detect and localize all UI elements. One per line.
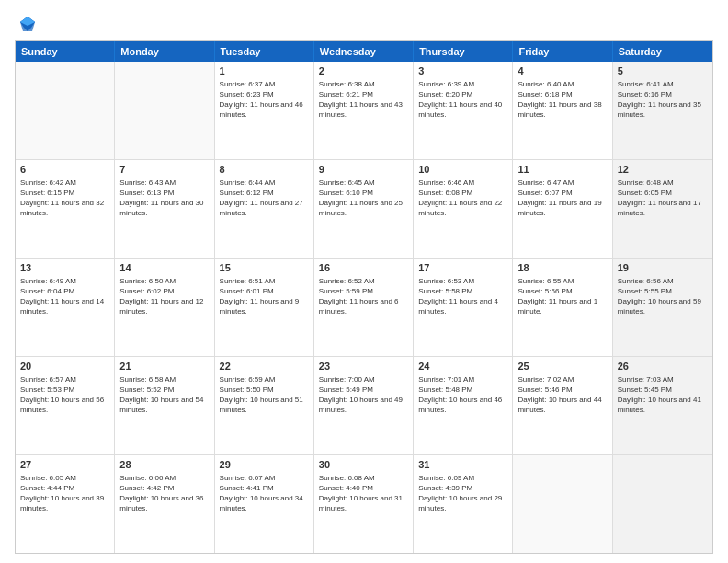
day-header-monday: Monday xyxy=(115,41,214,62)
cell-info: Sunrise: 7:00 AM Sunset: 5:49 PM Dayligh… xyxy=(319,374,408,416)
day-cell-6: 6Sunrise: 6:42 AM Sunset: 6:15 PM Daylig… xyxy=(16,160,115,258)
day-number: 31 xyxy=(418,458,507,472)
cell-info: Sunrise: 6:49 AM Sunset: 6:04 PM Dayligh… xyxy=(20,276,109,317)
day-number: 10 xyxy=(418,163,507,177)
cell-info: Sunrise: 6:42 AM Sunset: 6:15 PM Dayligh… xyxy=(20,178,109,219)
day-number: 17 xyxy=(418,261,507,275)
day-number: 14 xyxy=(119,261,209,275)
day-cell-8: 8Sunrise: 6:44 AM Sunset: 6:12 PM Daylig… xyxy=(215,160,314,258)
logo xyxy=(15,15,39,33)
week-row-3: 13Sunrise: 6:49 AM Sunset: 6:04 PM Dayli… xyxy=(16,258,712,356)
day-cell-3: 3Sunrise: 6:39 AM Sunset: 6:20 PM Daylig… xyxy=(414,62,513,159)
cell-info: Sunrise: 6:37 AM Sunset: 6:23 PM Dayligh… xyxy=(220,79,309,121)
day-number: 9 xyxy=(319,163,408,177)
cell-info: Sunrise: 6:50 AM Sunset: 6:02 PM Dayligh… xyxy=(119,276,209,317)
day-cell-14: 14Sunrise: 6:50 AM Sunset: 6:02 PM Dayli… xyxy=(115,259,214,356)
cell-info: Sunrise: 6:08 AM Sunset: 4:40 PM Dayligh… xyxy=(319,473,408,514)
cell-info: Sunrise: 6:09 AM Sunset: 4:39 PM Dayligh… xyxy=(418,473,507,514)
day-cell-28: 28Sunrise: 6:06 AM Sunset: 4:42 PM Dayli… xyxy=(115,455,214,553)
day-cell-5: 5Sunrise: 6:41 AM Sunset: 6:16 PM Daylig… xyxy=(613,62,712,159)
day-number: 28 xyxy=(119,458,209,472)
calendar: SundayMondayTuesdayWednesdayThursdayFrid… xyxy=(15,40,713,554)
day-cell-16: 16Sunrise: 6:52 AM Sunset: 5:59 PM Dayli… xyxy=(314,259,414,356)
day-cell-4: 4Sunrise: 6:40 AM Sunset: 6:18 PM Daylig… xyxy=(513,62,612,159)
day-cell-18: 18Sunrise: 6:55 AM Sunset: 5:56 PM Dayli… xyxy=(513,259,612,356)
week-row-1: 1Sunrise: 6:37 AM Sunset: 6:23 PM Daylig… xyxy=(16,62,712,159)
day-number: 5 xyxy=(618,64,708,78)
week-row-2: 6Sunrise: 6:42 AM Sunset: 6:15 PM Daylig… xyxy=(16,159,712,258)
cell-info: Sunrise: 7:03 AM Sunset: 5:45 PM Dayligh… xyxy=(618,374,708,416)
cell-info: Sunrise: 6:56 AM Sunset: 5:55 PM Dayligh… xyxy=(618,276,708,317)
day-number: 11 xyxy=(518,163,607,177)
day-header-friday: Friday xyxy=(513,41,612,62)
page: SundayMondayTuesdayWednesdayThursdayFrid… xyxy=(0,0,728,563)
cell-info: Sunrise: 7:02 AM Sunset: 5:46 PM Dayligh… xyxy=(518,374,607,416)
header xyxy=(15,15,713,33)
day-number: 27 xyxy=(20,458,109,472)
day-number: 6 xyxy=(20,163,109,177)
day-cell-19: 19Sunrise: 6:56 AM Sunset: 5:55 PM Dayli… xyxy=(613,259,712,356)
day-number: 30 xyxy=(319,458,408,472)
empty-cell xyxy=(16,62,115,159)
day-number: 20 xyxy=(20,360,109,373)
day-cell-30: 30Sunrise: 6:08 AM Sunset: 4:40 PM Dayli… xyxy=(314,455,414,553)
day-number: 22 xyxy=(220,360,309,373)
day-cell-22: 22Sunrise: 6:59 AM Sunset: 5:50 PM Dayli… xyxy=(215,357,314,454)
day-number: 24 xyxy=(418,360,507,373)
week-row-4: 20Sunrise: 6:57 AM Sunset: 5:53 PM Dayli… xyxy=(16,356,712,454)
day-number: 23 xyxy=(319,360,408,373)
cell-info: Sunrise: 6:51 AM Sunset: 6:01 PM Dayligh… xyxy=(220,276,309,317)
day-number: 2 xyxy=(319,64,408,78)
day-number: 4 xyxy=(518,64,607,78)
day-number: 29 xyxy=(220,458,309,472)
empty-cell xyxy=(513,455,612,553)
calendar-body: 1Sunrise: 6:37 AM Sunset: 6:23 PM Daylig… xyxy=(16,62,712,553)
empty-cell xyxy=(613,455,712,553)
cell-info: Sunrise: 6:52 AM Sunset: 5:59 PM Dayligh… xyxy=(319,276,408,317)
day-cell-23: 23Sunrise: 7:00 AM Sunset: 5:49 PM Dayli… xyxy=(314,357,414,454)
day-header-saturday: Saturday xyxy=(613,41,712,62)
day-number: 8 xyxy=(220,163,309,177)
day-cell-29: 29Sunrise: 6:07 AM Sunset: 4:41 PM Dayli… xyxy=(215,455,314,553)
day-header-sunday: Sunday xyxy=(16,41,115,62)
day-cell-20: 20Sunrise: 6:57 AM Sunset: 5:53 PM Dayli… xyxy=(16,357,115,454)
cell-info: Sunrise: 6:57 AM Sunset: 5:53 PM Dayligh… xyxy=(20,374,109,416)
day-cell-7: 7Sunrise: 6:43 AM Sunset: 6:13 PM Daylig… xyxy=(115,160,214,258)
cell-info: Sunrise: 6:44 AM Sunset: 6:12 PM Dayligh… xyxy=(220,178,309,219)
week-row-5: 27Sunrise: 6:05 AM Sunset: 4:44 PM Dayli… xyxy=(16,454,712,553)
day-cell-31: 31Sunrise: 6:09 AM Sunset: 4:39 PM Dayli… xyxy=(414,455,513,553)
day-header-thursday: Thursday xyxy=(414,41,513,62)
day-cell-26: 26Sunrise: 7:03 AM Sunset: 5:45 PM Dayli… xyxy=(613,357,712,454)
day-header-tuesday: Tuesday xyxy=(215,41,314,62)
day-cell-13: 13Sunrise: 6:49 AM Sunset: 6:04 PM Dayli… xyxy=(16,259,115,356)
cell-info: Sunrise: 6:45 AM Sunset: 6:10 PM Dayligh… xyxy=(319,178,408,219)
day-cell-1: 1Sunrise: 6:37 AM Sunset: 6:23 PM Daylig… xyxy=(215,62,314,159)
day-cell-24: 24Sunrise: 7:01 AM Sunset: 5:48 PM Dayli… xyxy=(414,357,513,454)
day-number: 21 xyxy=(119,360,209,373)
logo-icon xyxy=(18,15,37,33)
day-cell-17: 17Sunrise: 6:53 AM Sunset: 5:58 PM Dayli… xyxy=(414,259,513,356)
day-header-wednesday: Wednesday xyxy=(314,41,414,62)
day-number: 7 xyxy=(119,163,209,177)
cell-info: Sunrise: 6:47 AM Sunset: 6:07 PM Dayligh… xyxy=(518,178,607,219)
day-cell-27: 27Sunrise: 6:05 AM Sunset: 4:44 PM Dayli… xyxy=(16,455,115,553)
cell-info: Sunrise: 6:41 AM Sunset: 6:16 PM Dayligh… xyxy=(618,79,708,121)
day-cell-2: 2Sunrise: 6:38 AM Sunset: 6:21 PM Daylig… xyxy=(314,62,414,159)
cell-info: Sunrise: 6:46 AM Sunset: 6:08 PM Dayligh… xyxy=(418,178,507,219)
cell-info: Sunrise: 6:06 AM Sunset: 4:42 PM Dayligh… xyxy=(119,473,209,514)
day-number: 3 xyxy=(418,64,507,78)
day-number: 26 xyxy=(618,360,708,373)
day-cell-12: 12Sunrise: 6:48 AM Sunset: 6:05 PM Dayli… xyxy=(613,160,712,258)
day-cell-11: 11Sunrise: 6:47 AM Sunset: 6:07 PM Dayli… xyxy=(513,160,612,258)
day-number: 18 xyxy=(518,261,607,275)
day-cell-25: 25Sunrise: 7:02 AM Sunset: 5:46 PM Dayli… xyxy=(513,357,612,454)
empty-cell xyxy=(115,62,214,159)
cell-info: Sunrise: 6:07 AM Sunset: 4:41 PM Dayligh… xyxy=(220,473,309,514)
day-number: 1 xyxy=(220,64,309,78)
day-number: 13 xyxy=(20,261,109,275)
cell-info: Sunrise: 6:48 AM Sunset: 6:05 PM Dayligh… xyxy=(618,178,708,219)
day-number: 15 xyxy=(220,261,309,275)
day-cell-9: 9Sunrise: 6:45 AM Sunset: 6:10 PM Daylig… xyxy=(314,160,414,258)
day-number: 19 xyxy=(618,261,708,275)
day-number: 12 xyxy=(618,163,708,177)
